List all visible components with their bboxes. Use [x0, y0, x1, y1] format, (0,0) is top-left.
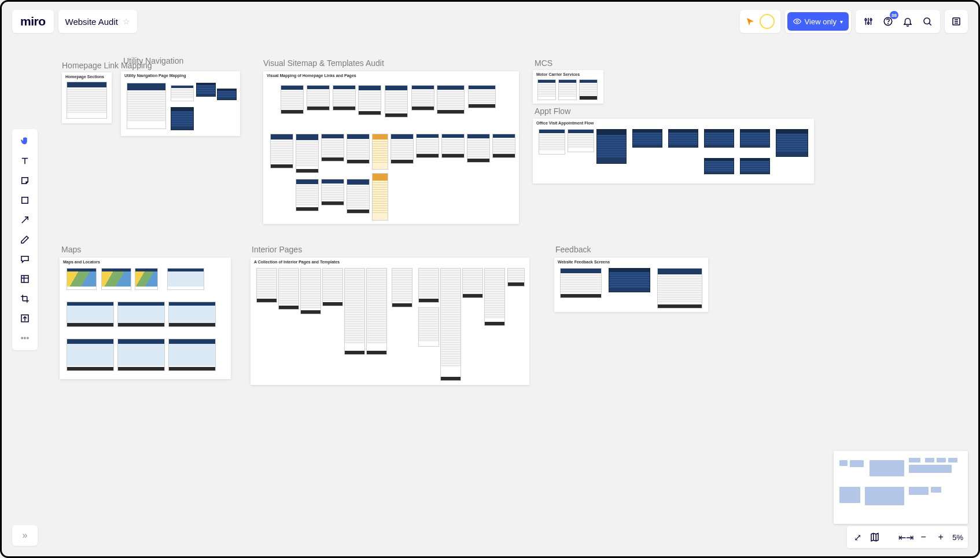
frame-feedback[interactable]: Website Feedback Screens [554, 258, 708, 312]
avatar[interactable] [760, 14, 775, 29]
chevron-down-icon: ▾ [840, 19, 843, 25]
svg-point-4 [868, 23, 870, 24]
frame-tool[interactable] [14, 270, 35, 288]
frame-maps[interactable]: Maps and Locators [60, 258, 231, 379]
upload-tool[interactable] [14, 310, 35, 327]
svg-point-7 [870, 19, 872, 21]
frame-interior[interactable]: A Collection of Interior Pages and Templ… [250, 258, 529, 385]
cursor-icon[interactable] [746, 17, 755, 26]
minimap[interactable] [834, 451, 968, 524]
expand-sidebar-button[interactable]: » [12, 525, 38, 546]
view-only-button[interactable]: View only ▾ [787, 12, 849, 31]
frame-title-feedback[interactable]: Feedback [555, 245, 591, 254]
frame-sitemap[interactable]: Visual Mapping of Homepage Links and Pag… [263, 71, 519, 224]
frame-title-sitemap[interactable]: Visual Sitemap & Templates Audit [263, 58, 384, 68]
zoom-out-button[interactable]: − [918, 532, 929, 542]
svg-line-13 [929, 23, 931, 25]
arrow-tool[interactable] [14, 211, 35, 229]
frame-title-interior[interactable]: Interior Pages [252, 245, 302, 254]
zoom-in-button[interactable]: + [935, 532, 946, 542]
zoom-level[interactable]: 5% [952, 533, 963, 542]
pen-tool[interactable] [14, 231, 35, 248]
zoom-controls: ⤢ ⇤⇥ − + 5% [847, 526, 968, 548]
svg-line-21 [22, 217, 28, 223]
help-icon[interactable]: 38 [879, 12, 897, 31]
svg-rect-20 [22, 197, 28, 204]
hand-tool[interactable] [14, 133, 35, 150]
svg-point-1 [865, 19, 867, 21]
settings-icon[interactable] [859, 12, 878, 31]
board-title: Website Audit [65, 17, 118, 27]
app-logo[interactable]: miro [12, 10, 54, 33]
comment-tool[interactable] [14, 251, 35, 268]
fit-width-icon[interactable]: ⇤⇥ [900, 532, 912, 543]
search-icon[interactable] [918, 12, 937, 31]
more-tools[interactable]: ••• [14, 329, 35, 347]
sticky-note-tool[interactable] [14, 172, 35, 189]
notifications-badge: 38 [890, 11, 898, 19]
svg-point-0 [796, 20, 798, 23]
svg-rect-22 [21, 276, 28, 282]
toolbar: ••• [12, 129, 38, 350]
fullscreen-icon[interactable]: ⤢ [852, 532, 863, 543]
frame-title-utility[interactable]: Utility Navigation [123, 56, 183, 65]
minimap-toggle-icon[interactable] [869, 532, 880, 542]
board-title-pill[interactable]: Website Audit ☆ [58, 10, 137, 33]
hide-panels-button[interactable] [945, 10, 968, 33]
view-only-label: View only [805, 17, 837, 26]
top-controls: 38 [856, 10, 940, 33]
frame-title-appt[interactable]: Appt Flow [535, 107, 570, 116]
svg-point-12 [924, 18, 930, 24]
board-canvas[interactable]: Homepage Link Mapping Homepage Sections … [2, 2, 978, 556]
crop-tool[interactable] [14, 290, 35, 307]
collaborators-pill [740, 10, 780, 33]
frame-utility[interactable]: Utility Navigation Page Mapping [121, 71, 240, 136]
svg-point-11 [888, 23, 889, 24]
frame-title-mcs[interactable]: MCS [535, 58, 552, 68]
frame-homepage[interactable]: Homepage Sections [62, 72, 112, 123]
frame-title-maps[interactable]: Maps [61, 245, 81, 254]
frame-appt[interactable]: Office Visit Appointment Flow [533, 119, 814, 183]
shape-tool[interactable] [14, 192, 35, 209]
favorite-star-icon[interactable]: ☆ [123, 17, 130, 26]
view-mode-pill: View only ▾ [785, 10, 851, 33]
text-tool[interactable] [14, 152, 35, 170]
frame-mcs[interactable]: Motor Carrier Services [533, 70, 603, 104]
bell-icon[interactable] [898, 12, 917, 31]
